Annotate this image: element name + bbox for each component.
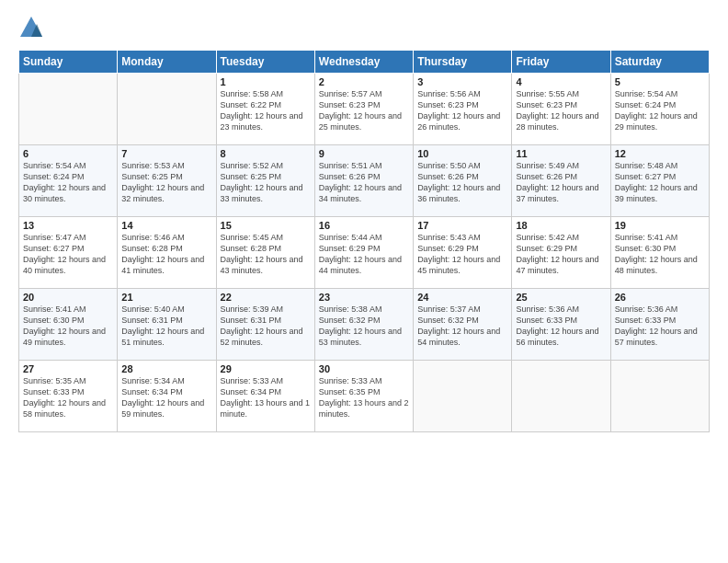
day-info: Sunrise: 5:37 AMSunset: 6:32 PMDaylight:…	[417, 304, 507, 349]
calendar-cell: 29Sunrise: 5:33 AMSunset: 6:34 PMDayligh…	[216, 361, 314, 432]
weekday-header: Wednesday	[314, 51, 413, 74]
weekday-header: Tuesday	[216, 51, 314, 74]
calendar-cell: 4Sunrise: 5:55 AMSunset: 6:23 PMDaylight…	[512, 74, 610, 145]
day-info: Sunrise: 5:55 AMSunset: 6:23 PMDaylight:…	[516, 88, 606, 133]
day-info: Sunrise: 5:45 AMSunset: 6:28 PMDaylight:…	[221, 232, 311, 277]
day-number: 29	[221, 363, 311, 374]
calendar-week-row: 1Sunrise: 5:58 AMSunset: 6:22 PMDaylight…	[19, 74, 710, 145]
day-number: 16	[319, 220, 409, 231]
day-info: Sunrise: 5:51 AMSunset: 6:26 PMDaylight:…	[319, 160, 409, 205]
calendar-cell: 8Sunrise: 5:52 AMSunset: 6:25 PMDaylight…	[216, 145, 314, 217]
day-info: Sunrise: 5:41 AMSunset: 6:30 PMDaylight:…	[615, 232, 705, 277]
day-number: 30	[319, 363, 409, 374]
calendar-cell: 26Sunrise: 5:36 AMSunset: 6:33 PMDayligh…	[610, 289, 709, 361]
day-number: 22	[221, 292, 311, 303]
day-info: Sunrise: 5:33 AMSunset: 6:34 PMDaylight:…	[221, 375, 311, 420]
day-number: 4	[516, 76, 606, 87]
calendar-cell: 2Sunrise: 5:57 AMSunset: 6:23 PMDaylight…	[314, 74, 413, 145]
calendar-cell	[19, 74, 118, 145]
day-info: Sunrise: 5:43 AMSunset: 6:29 PMDaylight:…	[417, 232, 507, 277]
calendar-week-row: 27Sunrise: 5:35 AMSunset: 6:33 PMDayligh…	[19, 361, 710, 432]
day-number: 11	[516, 148, 606, 159]
weekday-header: Thursday	[414, 51, 512, 74]
calendar-cell: 17Sunrise: 5:43 AMSunset: 6:29 PMDayligh…	[414, 217, 512, 289]
day-number: 1	[221, 76, 311, 87]
day-info: Sunrise: 5:35 AMSunset: 6:33 PMDaylight:…	[23, 375, 113, 420]
calendar-cell: 20Sunrise: 5:41 AMSunset: 6:30 PMDayligh…	[19, 289, 118, 361]
calendar-cell: 6Sunrise: 5:54 AMSunset: 6:24 PMDaylight…	[19, 145, 118, 217]
day-number: 28	[121, 363, 211, 374]
calendar-cell: 14Sunrise: 5:46 AMSunset: 6:28 PMDayligh…	[118, 217, 216, 289]
calendar-cell: 19Sunrise: 5:41 AMSunset: 6:30 PMDayligh…	[610, 217, 709, 289]
calendar-cell: 1Sunrise: 5:58 AMSunset: 6:22 PMDaylight…	[216, 74, 314, 145]
day-info: Sunrise: 5:48 AMSunset: 6:27 PMDaylight:…	[615, 160, 705, 205]
calendar-cell	[610, 361, 709, 432]
day-number: 25	[516, 292, 606, 303]
calendar-week-row: 20Sunrise: 5:41 AMSunset: 6:30 PMDayligh…	[19, 289, 710, 361]
day-info: Sunrise: 5:52 AMSunset: 6:25 PMDaylight:…	[221, 160, 311, 205]
day-info: Sunrise: 5:44 AMSunset: 6:29 PMDaylight:…	[319, 232, 409, 277]
day-number: 8	[221, 148, 311, 159]
day-info: Sunrise: 5:36 AMSunset: 6:33 PMDaylight:…	[615, 304, 705, 349]
day-number: 3	[417, 76, 507, 87]
day-info: Sunrise: 5:40 AMSunset: 6:31 PMDaylight:…	[121, 304, 211, 349]
calendar-cell: 18Sunrise: 5:42 AMSunset: 6:29 PMDayligh…	[512, 217, 610, 289]
day-number: 23	[319, 292, 409, 303]
calendar-cell: 15Sunrise: 5:45 AMSunset: 6:28 PMDayligh…	[216, 217, 314, 289]
day-info: Sunrise: 5:36 AMSunset: 6:33 PMDaylight:…	[516, 304, 606, 349]
day-info: Sunrise: 5:33 AMSunset: 6:35 PMDaylight:…	[319, 375, 409, 420]
day-info: Sunrise: 5:58 AMSunset: 6:22 PMDaylight:…	[221, 88, 311, 133]
calendar-cell: 16Sunrise: 5:44 AMSunset: 6:29 PMDayligh…	[314, 217, 413, 289]
day-number: 2	[319, 76, 409, 87]
weekday-header: Friday	[512, 51, 610, 74]
calendar-cell: 3Sunrise: 5:56 AMSunset: 6:23 PMDaylight…	[414, 74, 512, 145]
day-number: 12	[615, 148, 705, 159]
day-number: 19	[615, 220, 705, 231]
logo	[18, 15, 48, 40]
calendar-cell: 25Sunrise: 5:36 AMSunset: 6:33 PMDayligh…	[512, 289, 610, 361]
day-number: 20	[23, 292, 113, 303]
calendar-cell: 30Sunrise: 5:33 AMSunset: 6:35 PMDayligh…	[314, 361, 413, 432]
day-info: Sunrise: 5:54 AMSunset: 6:24 PMDaylight:…	[23, 160, 113, 205]
day-number: 27	[23, 363, 113, 374]
day-number: 18	[516, 220, 606, 231]
day-info: Sunrise: 5:39 AMSunset: 6:31 PMDaylight:…	[221, 304, 311, 349]
calendar-cell	[512, 361, 610, 432]
day-info: Sunrise: 5:50 AMSunset: 6:26 PMDaylight:…	[417, 160, 507, 205]
day-number: 10	[417, 148, 507, 159]
day-info: Sunrise: 5:56 AMSunset: 6:23 PMDaylight:…	[417, 88, 507, 133]
day-info: Sunrise: 5:38 AMSunset: 6:32 PMDaylight:…	[319, 304, 409, 349]
calendar-cell: 12Sunrise: 5:48 AMSunset: 6:27 PMDayligh…	[610, 145, 709, 217]
day-info: Sunrise: 5:47 AMSunset: 6:27 PMDaylight:…	[23, 232, 113, 277]
day-info: Sunrise: 5:54 AMSunset: 6:24 PMDaylight:…	[615, 88, 705, 133]
calendar-cell: 13Sunrise: 5:47 AMSunset: 6:27 PMDayligh…	[19, 217, 118, 289]
calendar-cell: 21Sunrise: 5:40 AMSunset: 6:31 PMDayligh…	[118, 289, 216, 361]
calendar-cell: 9Sunrise: 5:51 AMSunset: 6:26 PMDaylight…	[314, 145, 413, 217]
header	[18, 15, 710, 40]
day-number: 15	[221, 220, 311, 231]
calendar-cell: 28Sunrise: 5:34 AMSunset: 6:34 PMDayligh…	[118, 361, 216, 432]
day-info: Sunrise: 5:34 AMSunset: 6:34 PMDaylight:…	[121, 375, 211, 420]
calendar-cell: 11Sunrise: 5:49 AMSunset: 6:26 PMDayligh…	[512, 145, 610, 217]
day-number: 6	[23, 148, 113, 159]
calendar-header-row: SundayMondayTuesdayWednesdayThursdayFrid…	[19, 51, 710, 74]
day-number: 26	[615, 292, 705, 303]
day-number: 9	[319, 148, 409, 159]
calendar-cell	[414, 361, 512, 432]
day-number: 24	[417, 292, 507, 303]
calendar-cell: 5Sunrise: 5:54 AMSunset: 6:24 PMDaylight…	[610, 74, 709, 145]
calendar-cell: 23Sunrise: 5:38 AMSunset: 6:32 PMDayligh…	[314, 289, 413, 361]
page: SundayMondayTuesdayWednesdayThursdayFrid…	[0, 0, 728, 563]
day-number: 17	[417, 220, 507, 231]
day-number: 21	[121, 292, 211, 303]
calendar-cell: 27Sunrise: 5:35 AMSunset: 6:33 PMDayligh…	[19, 361, 118, 432]
day-number: 7	[121, 148, 211, 159]
calendar-week-row: 6Sunrise: 5:54 AMSunset: 6:24 PMDaylight…	[19, 145, 710, 217]
day-info: Sunrise: 5:49 AMSunset: 6:26 PMDaylight:…	[516, 160, 606, 205]
day-info: Sunrise: 5:46 AMSunset: 6:28 PMDaylight:…	[121, 232, 211, 277]
calendar-cell: 7Sunrise: 5:53 AMSunset: 6:25 PMDaylight…	[118, 145, 216, 217]
weekday-header: Sunday	[19, 51, 118, 74]
calendar-cell: 22Sunrise: 5:39 AMSunset: 6:31 PMDayligh…	[216, 289, 314, 361]
calendar-week-row: 13Sunrise: 5:47 AMSunset: 6:27 PMDayligh…	[19, 217, 710, 289]
weekday-header: Saturday	[610, 51, 709, 74]
